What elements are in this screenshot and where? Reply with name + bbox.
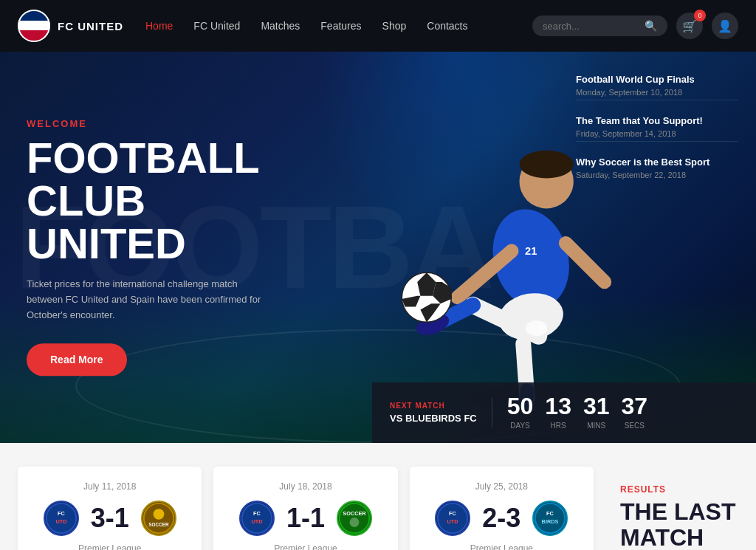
badge-1a-svg: FC UTD: [45, 501, 78, 536]
match-date-2: July 18, 2018: [279, 481, 331, 492]
next-match-bar: NEXT MATCH VS BLUEBIRDS FC 50 Days 13 Hr…: [372, 382, 756, 443]
svg-point-16: [526, 320, 547, 336]
search-input[interactable]: [543, 21, 639, 32]
nav-home[interactable]: Home: [145, 20, 173, 32]
cart-icon: 🛒: [682, 19, 697, 33]
svg-point-3: [520, 151, 574, 179]
team-badge-1a: FC UTD: [44, 501, 79, 536]
hero-welcome: WELCOME: [27, 118, 307, 129]
hero-title: FOOTBALL CLUB UNITED: [27, 137, 307, 265]
nav-right: 🔍 🛒 0 👤: [532, 13, 738, 39]
team-badge-2a: FC UTD: [239, 501, 275, 536]
results-title: THE LASTMATCH: [620, 499, 738, 550]
svg-line-7: [566, 244, 604, 282]
svg-point-28: [350, 518, 360, 527]
hero-subtitle: Ticket prices for the international chal…: [27, 277, 263, 323]
match-league-2: Premier League: [274, 543, 337, 550]
match-league-1: Premier League: [78, 543, 141, 550]
score-1: 3-1: [91, 503, 129, 534]
svg-text:FC: FC: [546, 510, 554, 517]
news-divider-2: [576, 141, 738, 142]
hero-section: FOOTBA 21: [0, 52, 756, 443]
next-match-label: NEXT MATCH VS BLUEBIRDS FC: [390, 402, 477, 424]
match-teams-2: FC UTD 1-1 SOCCER: [239, 501, 372, 536]
nav-fc-united[interactable]: FC United: [193, 20, 240, 32]
nav-links: Home FC United Matches Features Shop Con…: [145, 20, 532, 32]
results-label: RESULTS THE LASTMATCH: [605, 467, 738, 550]
match-date-1: July 11, 2018: [83, 481, 136, 492]
svg-text:BIRDS: BIRDS: [542, 518, 559, 525]
badge-3a-svg: FC UTD: [436, 501, 469, 536]
countdown-hrs: 13 Hrs: [545, 394, 571, 431]
cart-badge: 0: [694, 10, 706, 21]
badge-2a-svg: FC UTD: [241, 501, 273, 536]
news-item-3[interactable]: Why Soccer is the Best Sport Saturday, S…: [576, 157, 738, 179]
user-button[interactable]: 👤: [712, 13, 738, 39]
svg-text:UTD: UTD: [251, 518, 262, 525]
countdown-secs: 37 Secs: [622, 394, 648, 431]
hero-content: WELCOME FOOTBALL CLUB UNITED Ticket pric…: [27, 118, 307, 376]
match-teams-1: FC UTD 3-1 SOCCER: [44, 501, 176, 536]
logo-text: FC UNITED: [58, 20, 123, 32]
match-date-3: July 25, 2018: [475, 481, 528, 492]
svg-text:UTD: UTD: [55, 518, 66, 525]
match-card-1: July 11, 2018 FC UTD 3-1 SOCCER Premier …: [18, 467, 202, 550]
search-icon[interactable]: 🔍: [645, 20, 657, 32]
svg-point-21: [153, 509, 164, 520]
nav-shop[interactable]: Shop: [382, 20, 407, 32]
navbar: FC UNITED Home FC United Matches Feature…: [0, 0, 756, 52]
next-match-divider: [492, 398, 492, 427]
svg-text:21: 21: [525, 245, 537, 257]
svg-text:FC: FC: [58, 510, 65, 517]
svg-text:UTD: UTD: [447, 518, 458, 525]
countdown-mins: 31 Mins: [583, 394, 610, 431]
logo-flag: [18, 10, 50, 42]
news-item-1[interactable]: Football World Cup Finals Monday, Septem…: [576, 74, 738, 100]
search-bar[interactable]: 🔍: [532, 16, 667, 36]
badge-3b-svg: FC BIRDS: [534, 501, 566, 536]
score-3: 2-3: [482, 503, 520, 534]
badge-2b-svg: SOCCER: [338, 501, 371, 536]
match-teams-3: FC UTD 2-3 FC BIRDS: [435, 501, 568, 536]
logo[interactable]: FC UNITED: [18, 10, 123, 42]
countdown: 50 Days 13 Hrs 31 Mins 37 Secs: [507, 394, 647, 431]
team-badge-3a: FC UTD: [435, 501, 470, 536]
news-item-2[interactable]: The Team that You Support! Friday, Septe…: [576, 115, 738, 142]
team-badge-2b: SOCCER: [337, 501, 372, 536]
nav-features[interactable]: Features: [320, 20, 361, 32]
badge-1b-svg: SOCCER: [142, 501, 175, 536]
match-card-2: July 18, 2018 FC UTD 1-1 SOCCER Premier …: [213, 467, 397, 550]
nav-contacts[interactable]: Contacts: [427, 20, 467, 32]
nav-matches[interactable]: Matches: [261, 20, 300, 32]
svg-text:FC: FC: [449, 510, 456, 517]
user-icon: 👤: [718, 19, 732, 33]
cart-button[interactable]: 🛒 0: [676, 13, 703, 39]
match-league-3: Premier League: [470, 543, 533, 550]
team-badge-3b: FC BIRDS: [532, 501, 568, 536]
results-tag: RESULTS: [620, 484, 738, 495]
score-2: 1-1: [286, 503, 325, 534]
results-section: July 11, 2018 FC UTD 3-1 SOCCER Premier …: [0, 443, 756, 550]
logo-icon: [18, 10, 50, 42]
svg-text:SOCCER: SOCCER: [343, 510, 366, 517]
match-card-3: July 25, 2018 FC UTD 2-3 FC BIRDS Premie…: [410, 467, 594, 550]
hero-news: Football World Cup Finals Monday, Septem…: [576, 74, 738, 179]
svg-text:FC: FC: [253, 510, 261, 517]
news-divider-1: [576, 100, 738, 100]
team-badge-1b: SOCCER: [141, 501, 176, 536]
read-more-button[interactable]: Read More: [27, 344, 127, 377]
svg-text:SOCCER: SOCCER: [148, 522, 169, 527]
countdown-days: 50 Days: [507, 394, 534, 431]
